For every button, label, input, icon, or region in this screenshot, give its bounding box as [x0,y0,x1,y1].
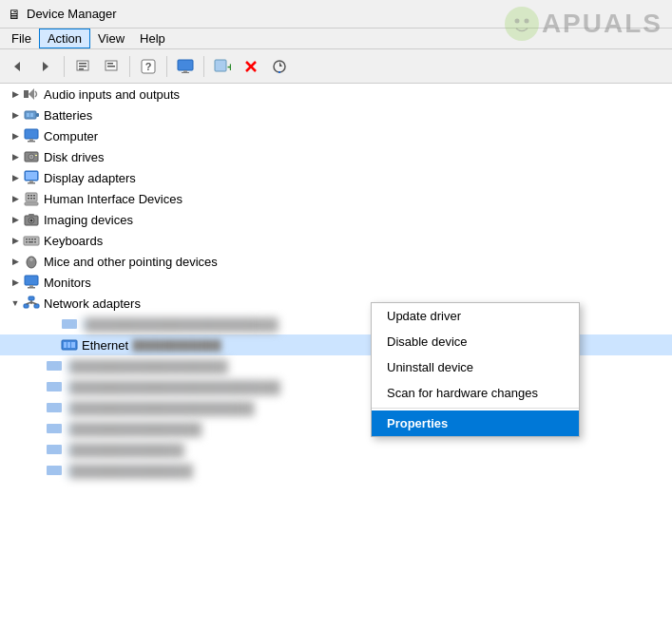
net-child3-icon [46,357,63,374]
net-child7-icon [46,441,63,458]
remove-device-button[interactable] [238,53,264,80]
svg-rect-47 [33,198,35,200]
svg-point-35 [30,156,32,158]
svg-rect-81 [47,424,62,433]
help-button[interactable]: ? [135,53,162,80]
expander-display[interactable]: ▶ [8,170,23,185]
tree-item-computer[interactable]: ▶ Computer [0,125,672,146]
svg-rect-7 [107,63,113,65]
display-icon [23,169,40,186]
menu-file[interactable]: File [4,29,39,48]
expander-diskdrives[interactable]: ▶ [8,149,23,164]
back-button[interactable] [4,53,30,80]
tree-item-imaging[interactable]: ▶ Imaging devices [0,209,672,230]
menu-action[interactable]: Action [39,29,90,48]
net-child3-label: ██████████████████ [67,359,219,373]
monitor-button[interactable] [172,53,199,80]
keyboards-label: Keyboards [44,234,103,248]
tree-item-monitors[interactable]: ▶ Monitors [0,272,672,293]
expander-imaging[interactable]: ▶ [8,212,23,227]
svg-rect-76 [67,342,70,348]
tree-item-mice[interactable]: ▶ Mice and other pointing devices [0,251,672,272]
scan-hardware-button[interactable] [266,53,293,80]
svg-rect-45 [28,198,29,200]
expander-batteries[interactable]: ▶ [8,107,23,123]
watermark: APUALS [502,4,662,44]
toolbar-sep-1 [64,56,65,77]
audio-icon [23,86,40,103]
watermark-text: APUALS [542,9,662,39]
title-bar-icon: 🖥 [8,7,21,22]
svg-point-21 [505,7,539,41]
svg-rect-43 [30,195,32,197]
expander-keyboards[interactable]: ▶ [8,233,23,248]
forward-button[interactable] [32,53,59,80]
update-driver-button[interactable] [98,53,125,80]
menu-view[interactable]: View [90,29,132,48]
svg-rect-82 [47,445,62,454]
context-scan-hardware[interactable]: Scan for hardware changes [372,380,579,406]
context-menu: Update driver Disable device Uninstall d… [371,302,580,437]
ethernet-blurred-suffix: ████████████ [132,339,221,351]
svg-rect-38 [29,181,33,182]
tree-item-audio[interactable]: ▶ Audio inputs and outputs [0,84,672,105]
net-child5-label: █████████████████████ [67,401,238,415]
svg-rect-12 [183,70,187,72]
properties-button[interactable] [69,53,96,80]
svg-marker-1 [43,62,48,71]
expander-computer[interactable]: ▶ [8,128,23,143]
net-child5-icon [46,399,63,416]
tree-item-net-child7[interactable]: █████████████ [0,439,672,460]
svg-rect-40 [26,172,37,180]
svg-rect-58 [26,241,28,243]
expander-ethernet [46,337,61,353]
context-uninstall-device[interactable]: Uninstall device [372,354,579,380]
diskdrives-icon [23,148,40,165]
svg-rect-53 [24,237,39,245]
expander-network[interactable]: ▼ [8,296,23,311]
svg-rect-24 [24,90,29,98]
svg-point-63 [29,258,33,261]
svg-rect-77 [71,342,75,348]
imaging-label: Imaging devices [44,213,133,227]
svg-rect-5 [79,68,84,70]
toolbar-sep-3 [166,56,167,77]
main-content: ▶ Audio inputs and outputs ▶ [0,84,672,630]
svg-rect-29 [30,113,33,117]
tree-item-keyboards[interactable]: ▶ Keyboards [0,230,672,251]
svg-text:+: + [227,61,231,74]
svg-rect-66 [28,287,35,289]
network-label: Network adapters [44,296,141,311]
add-driver-button[interactable]: + [209,53,236,80]
svg-rect-27 [36,113,39,117]
network-icon [23,295,40,312]
svg-rect-31 [29,139,33,141]
svg-rect-28 [27,113,29,117]
context-properties[interactable]: Properties [372,410,579,436]
net-child7-label: █████████████ [67,443,171,457]
svg-rect-3 [79,63,86,65]
monitors-label: Monitors [44,276,91,290]
tree-item-display[interactable]: ▶ Display adapters [0,167,672,188]
tree-item-batteries[interactable]: ▶ Batteries [0,105,672,125]
svg-rect-8 [107,66,115,67]
svg-rect-60 [34,241,36,243]
tree-item-net-child8[interactable]: ██████████████ [0,460,672,481]
context-update-driver[interactable]: Update driver [372,303,579,329]
tree-item-diskdrives[interactable]: ▶ Disk drives [0,146,672,167]
context-disable-device[interactable]: Disable device [372,329,579,354]
svg-rect-83 [47,466,62,475]
net-child4-icon [46,378,63,395]
monitors-icon [23,274,40,291]
computer-label: Computer [44,129,98,143]
svg-rect-32 [28,141,35,143]
expander-hid[interactable]: ▶ [8,191,23,206]
toolbar: ? + [0,49,672,84]
expander-audio[interactable]: ▶ [8,86,23,102]
svg-line-71 [27,302,32,304]
menu-help[interactable]: Help [132,29,173,48]
expander-mice[interactable]: ▶ [8,254,23,269]
expander-monitors[interactable]: ▶ [8,275,23,290]
ethernet-icon [61,336,78,353]
tree-item-hid[interactable]: ▶ Human Interface Devices [0,188,672,209]
